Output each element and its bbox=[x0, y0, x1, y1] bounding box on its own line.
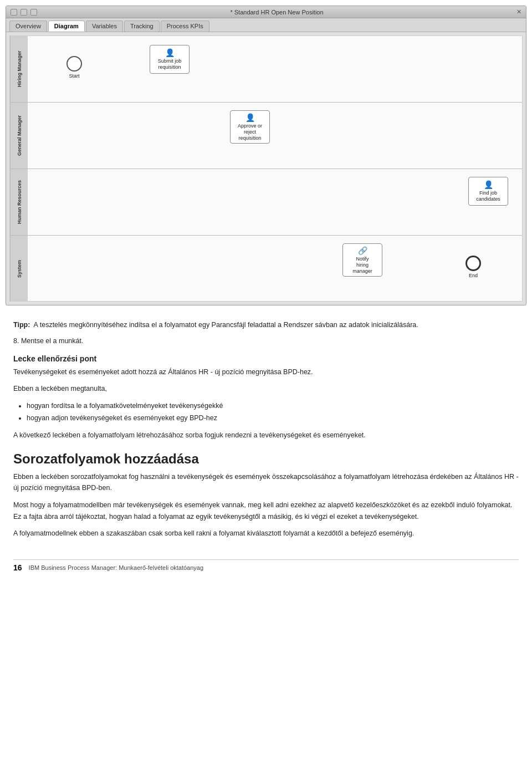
tab-overview[interactable]: Overview bbox=[9, 21, 47, 32]
new-button[interactable] bbox=[30, 9, 37, 16]
lane-system: System 🔗 Notifyhiringmanager End bbox=[10, 236, 522, 302]
lane-content-system: 🔗 Notifyhiringmanager End bbox=[28, 236, 522, 302]
lane-content-general-manager: 👤 Approve orrejectrequisition bbox=[28, 103, 522, 169]
start-label: Start bbox=[69, 73, 79, 79]
sorozat-intro: Ebben a leckében sorozatfolyamokat fog h… bbox=[13, 471, 519, 494]
diagram-canvas: Hiring Manager Start 👤 Submit jobrequisi… bbox=[9, 35, 523, 302]
notify-hiring-manager[interactable]: 🔗 Notifyhiringmanager bbox=[342, 243, 382, 277]
lane-content-hiring-manager: Start 👤 Submit jobrequisition bbox=[28, 36, 522, 102]
find-box: 👤 Find jobcandidates bbox=[468, 177, 508, 206]
forward-button[interactable] bbox=[21, 9, 27, 16]
bullet-list: hogyan fordítsa le a folyamatkövetelmény… bbox=[27, 400, 519, 424]
tab-variables[interactable]: Variables bbox=[86, 21, 123, 32]
tab-tracking[interactable]: Tracking bbox=[124, 21, 160, 32]
end-label: End bbox=[469, 273, 478, 279]
page-footer: 16 IBM Business Process Manager: Munkaer… bbox=[13, 559, 519, 572]
end-event[interactable]: End bbox=[466, 256, 481, 279]
sorozat-para1: Most hogy a folyamatmodellben már tevéke… bbox=[13, 499, 519, 522]
submit-icon: 👤 bbox=[165, 48, 175, 57]
tab-diagram[interactable]: Diagram bbox=[48, 21, 85, 32]
title-bar: * Standard HR Open New Position ✕ bbox=[6, 6, 526, 18]
notify-box: 🔗 Notifyhiringmanager bbox=[342, 243, 382, 277]
find-icon: 👤 bbox=[484, 180, 493, 189]
find-job-candidates[interactable]: 👤 Find jobcandidates bbox=[468, 177, 508, 206]
notify-icon: 🔗 bbox=[358, 246, 367, 255]
tip-text: A tesztelés megkönnyítéséhez indítsa el … bbox=[34, 321, 418, 329]
submit-box: 👤 Submit jobrequisition bbox=[150, 45, 190, 74]
start-circle bbox=[66, 56, 82, 72]
lane-general-manager: General Manager 👤 Approve orrejectrequis… bbox=[10, 103, 522, 169]
tab-process-kpis[interactable]: Process KPIs bbox=[161, 21, 209, 32]
approve-box: 👤 Approve orrejectrequisition bbox=[230, 110, 270, 144]
submit-job-requisition[interactable]: 👤 Submit jobrequisition bbox=[150, 45, 190, 74]
checkpoint-intro: Tevékenységeket és eseményeket adott hoz… bbox=[13, 366, 519, 378]
learned-intro: Ebben a leckében megtanulta, bbox=[13, 383, 519, 395]
checkpoint-heading: Lecke ellenőrzési pont bbox=[13, 354, 519, 363]
lane-hiring-manager: Hiring Manager Start 👤 Submit jobrequisi… bbox=[10, 36, 522, 103]
lane-label-system: System bbox=[10, 236, 28, 302]
bullet-item-1: hogyan fordítsa le a folyamatkövetelmény… bbox=[27, 400, 519, 412]
notify-label: Notifyhiringmanager bbox=[352, 256, 372, 274]
window-title: * Standard HR Open New Position bbox=[40, 9, 513, 16]
main-content: Tipp: A tesztelés megkönnyítéséhez indít… bbox=[0, 311, 532, 554]
footer-text: IBM Business Process Manager: Munkaerő-f… bbox=[29, 564, 204, 571]
approve-label: Approve orrejectrequisition bbox=[238, 123, 262, 141]
lane-content-human-resources: 👤 Find jobcandidates bbox=[28, 169, 522, 235]
tip-label: Tipp: bbox=[13, 321, 30, 329]
find-label: Find jobcandidates bbox=[476, 190, 500, 202]
bullet-item-2: hogyan adjon tevékenységeket és eseménye… bbox=[27, 412, 519, 424]
save-note: 8. Mentse el a munkát. bbox=[13, 336, 519, 346]
lane-label-general-manager: General Manager bbox=[10, 103, 28, 169]
page-number: 16 bbox=[13, 563, 22, 572]
lane-human-resources: Human Resources 👤 Find jobcandidates bbox=[10, 169, 522, 236]
sorozat-para2: A folyamatmodellnek ebben a szakaszában … bbox=[13, 528, 519, 539]
start-event[interactable]: Start bbox=[66, 56, 82, 79]
tab-bar: Overview Diagram Variables Tracking Proc… bbox=[6, 18, 526, 32]
close-button[interactable]: ✕ bbox=[516, 8, 521, 16]
end-circle bbox=[466, 256, 481, 271]
application-window: * Standard HR Open New Position ✕ Overvi… bbox=[6, 6, 526, 305]
tip-paragraph: Tipp: A tesztelés megkönnyítéséhez indít… bbox=[13, 320, 519, 330]
back-button[interactable] bbox=[11, 9, 17, 16]
approve-icon: 👤 bbox=[245, 113, 255, 122]
lane-label-human-resources: Human Resources bbox=[10, 169, 28, 235]
sorozat-heading: Sorozatfolyamok hozzáadása bbox=[13, 451, 519, 467]
approve-reject[interactable]: 👤 Approve orrejectrequisition bbox=[230, 110, 270, 144]
lane-label-hiring-manager: Hiring Manager bbox=[10, 36, 28, 102]
submit-label: Submit jobrequisition bbox=[158, 58, 182, 70]
checkpoint-closing: A következő leckében a folyamatfolyam lé… bbox=[13, 430, 519, 441]
